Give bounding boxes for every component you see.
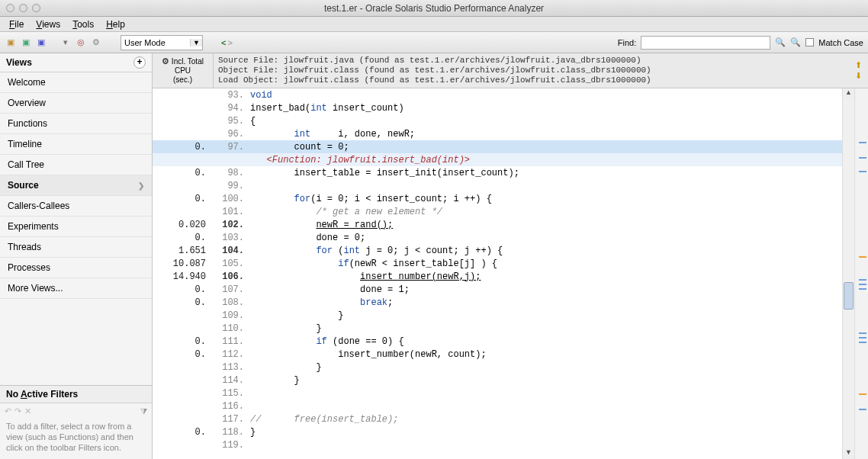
- sidebar-item-functions[interactable]: Functions: [0, 114, 152, 134]
- open-icon[interactable]: ▣: [5, 37, 17, 49]
- metric-cell: 0.: [153, 233, 214, 243]
- source-row[interactable]: 114. }: [153, 374, 842, 387]
- filter-icon[interactable]: ▾: [59, 37, 72, 49]
- sidebar-item-welcome[interactable]: Welcome: [0, 72, 152, 93]
- metric-header[interactable]: ⚙ Incl. Total CPU (sec.): [153, 53, 214, 88]
- menu-help[interactable]: Help: [101, 18, 130, 31]
- metric-cell: 0.: [153, 194, 214, 204]
- source-row[interactable]: 101. /* get a new element */: [153, 205, 842, 218]
- gear-icon[interactable]: ⚙: [162, 56, 169, 66]
- source-row[interactable]: 109. }: [153, 309, 842, 322]
- line-number: 103.: [214, 233, 250, 243]
- source-row[interactable]: 1.651104. for (int j = 0; j < count; j +…: [153, 244, 842, 257]
- nav-back-icon[interactable]: <: [221, 38, 226, 47]
- source-row[interactable]: 14.940106. insert_number(newR,j);: [153, 270, 842, 283]
- line-number: 97.: [214, 142, 250, 152]
- source-row[interactable]: 0.100. for(i = 0; i < insert_count; i ++…: [153, 192, 842, 205]
- compare-icon[interactable]: ▣: [20, 37, 32, 49]
- line-number: 111.: [214, 336, 250, 347]
- source-row[interactable]: 10.087105. if(newR < insert_table[j] ) {: [153, 257, 842, 270]
- source-row[interactable]: 94.insert_bad(int insert_count): [153, 101, 842, 114]
- source-row[interactable]: 0.98. insert_table = insert_init(insert_…: [153, 166, 842, 179]
- delete-filter-icon[interactable]: ✕: [24, 406, 31, 416]
- source-table[interactable]: 93.void94.insert_bad(int insert_count)95…: [153, 88, 842, 459]
- mode-combo[interactable]: ▼: [121, 35, 203, 50]
- scrollbar[interactable]: ▲ ▼: [842, 88, 854, 459]
- redo-filter-icon[interactable]: ↷: [14, 406, 21, 416]
- minimize-window-icon[interactable]: [19, 4, 27, 12]
- source-row[interactable]: 0.111. if (done == 0) {: [153, 335, 842, 348]
- menu-views[interactable]: Views: [31, 18, 65, 31]
- code-cell: if (done == 0) {: [250, 336, 842, 347]
- line-number: 115.: [214, 388, 250, 399]
- metric-cell: 0.: [153, 284, 214, 295]
- source-row[interactable]: 0.103. done = 0;: [153, 231, 842, 244]
- line-number: 96.: [214, 129, 250, 140]
- settings-icon[interactable]: ⚙: [90, 37, 102, 49]
- source-row[interactable]: 0.107. done = 1;: [153, 283, 842, 296]
- source-row[interactable]: 93.void: [153, 88, 842, 101]
- source-row[interactable]: 0.112. insert_number(newR, count);: [153, 348, 842, 361]
- undo-filter-icon[interactable]: ↶: [5, 406, 11, 416]
- chevron-down-icon[interactable]: ▼: [190, 39, 202, 47]
- views-header: Views: [6, 57, 32, 68]
- menu-file[interactable]: File: [5, 18, 28, 31]
- sidebar-item-timeline[interactable]: Timeline: [0, 134, 152, 155]
- target-icon[interactable]: ◎: [75, 37, 87, 49]
- scroll-up-icon[interactable]: ▲: [843, 88, 854, 99]
- code-cell: newR = rand();: [250, 220, 842, 230]
- line-number: 99.: [214, 181, 250, 191]
- code-cell: for(i = 0; i < insert_count; i ++) {: [250, 194, 842, 204]
- scroll-thumb[interactable]: [844, 282, 854, 310]
- source-row[interactable]: 0.108. break;: [153, 296, 842, 309]
- overview-gutter[interactable]: [854, 88, 868, 459]
- source-row[interactable]: 110. }: [153, 322, 842, 335]
- filter-funnel-icon[interactable]: ⧩: [140, 406, 147, 416]
- source-row[interactable]: 0.97. count = 0;: [153, 140, 842, 153]
- sidebar-item-more-views-[interactable]: More Views...: [0, 278, 152, 299]
- match-case-checkbox[interactable]: [805, 38, 814, 47]
- menu-tools[interactable]: Tools: [68, 18, 98, 31]
- find-input[interactable]: [641, 36, 770, 50]
- sidebar-item-label: Timeline: [8, 139, 42, 149]
- source-row[interactable]: 113. }: [153, 361, 842, 374]
- code-cell: insert_number(newR,j);: [250, 271, 842, 282]
- add-view-icon[interactable]: +: [133, 56, 146, 69]
- line-number: 112.: [214, 349, 250, 360]
- zoom-window-icon[interactable]: [32, 4, 40, 12]
- source-row[interactable]: 117.// free(insert_table);: [153, 412, 842, 425]
- jump-next-icon[interactable]: ⬇: [855, 71, 862, 81]
- chevron-right-icon: ❯: [138, 181, 144, 190]
- source-row[interactable]: 116.: [153, 400, 842, 412]
- code-cell: void: [250, 90, 842, 101]
- find-next-icon[interactable]: 🔍: [790, 37, 801, 47]
- sidebar-item-callers-callees[interactable]: Callers-Callees: [0, 196, 152, 217]
- nav-forward-icon[interactable]: >: [227, 38, 232, 47]
- close-window-icon[interactable]: [6, 4, 14, 12]
- code-cell: done = 1;: [250, 284, 842, 295]
- line-number: 94.: [214, 103, 250, 114]
- source-row[interactable]: 119.: [153, 438, 842, 451]
- scroll-down-icon[interactable]: ▼: [843, 448, 854, 459]
- line-number: 105.: [214, 258, 250, 269]
- sidebar-item-label: Overview: [8, 98, 46, 108]
- sidebar-item-experiments[interactable]: Experiments: [0, 217, 152, 237]
- source-row[interactable]: 99.: [153, 179, 842, 192]
- sidebar-item-threads[interactable]: Threads: [0, 237, 152, 258]
- code-cell: // free(insert_table);: [250, 414, 842, 425]
- source-row[interactable]: 96. int i, done, newR;: [153, 127, 842, 140]
- source-row[interactable]: 95.{: [153, 114, 842, 127]
- sidebar-item-overview[interactable]: Overview: [0, 93, 152, 114]
- source-row[interactable]: 0.118.}: [153, 425, 842, 438]
- sidebar-item-source[interactable]: Source❯: [0, 175, 152, 196]
- sidebar-item-processes[interactable]: Processes: [0, 258, 152, 278]
- jump-prev-icon[interactable]: ⬆: [855, 60, 862, 70]
- aggregate-icon[interactable]: ▣: [35, 37, 47, 49]
- mode-input[interactable]: [121, 38, 190, 47]
- source-row[interactable]: 0.020102. newR = rand();: [153, 218, 842, 231]
- source-row[interactable]: 115.: [153, 387, 842, 400]
- source-row[interactable]: <Function: jlowfruit.insert_bad(int)>: [153, 153, 842, 166]
- sidebar-item-label: Callers-Callees: [8, 201, 69, 211]
- sidebar-item-call-tree[interactable]: Call Tree: [0, 155, 152, 175]
- find-prev-icon[interactable]: 🔍: [775, 37, 786, 47]
